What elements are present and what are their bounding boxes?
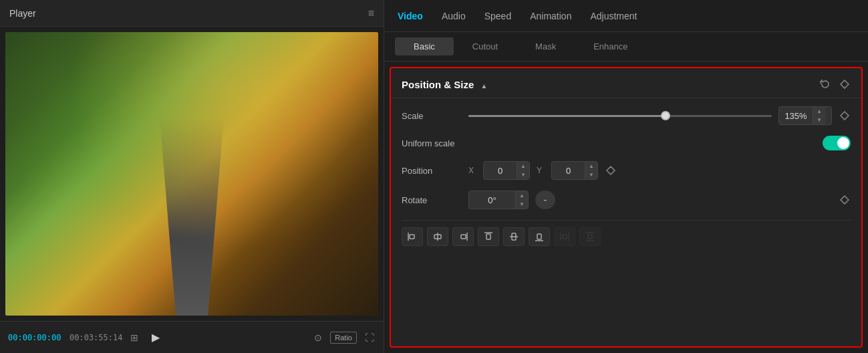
scale-slider[interactable]: [468, 109, 772, 122]
rotate-up-btn[interactable]: ▲: [516, 191, 528, 200]
time-total: 00:03:55:14: [69, 333, 122, 342]
tab-audio[interactable]: Audio: [442, 8, 466, 24]
align-center-h-btn[interactable]: [427, 227, 448, 246]
uniform-scale-label: Uniform scale: [402, 138, 462, 148]
uniform-scale-row: Uniform scale: [402, 136, 851, 150]
svg-rect-1: [410, 235, 414, 239]
rotate-row: Rotate 0° ▲ ▼ -: [402, 191, 851, 209]
collapse-arrow[interactable]: ▲: [481, 82, 488, 90]
sub-tabs-bar: Basic Cutout Mask Enhance: [384, 32, 868, 62]
svg-rect-17: [588, 235, 592, 239]
scale-row: Scale 135% ▲ ▼: [402, 106, 851, 125]
capture-icon[interactable]: ⊙: [313, 331, 323, 344]
position-label: Position: [402, 166, 462, 176]
rotate-keyframe-btn[interactable]: [839, 194, 851, 206]
position-keyframe-btn[interactable]: [605, 164, 617, 176]
position-x-input: 0 ▲ ▼: [483, 161, 530, 180]
grid-icon: ⊞: [130, 332, 138, 343]
align-bar: [402, 220, 851, 246]
section-body: Scale 135% ▲ ▼: [391, 98, 861, 254]
player-controls: 00:00:00:00 00:03:55:14 ⊞ ▶ ⊙ Ratio ⛶: [0, 321, 384, 353]
pos-y-up-btn[interactable]: ▲: [585, 162, 597, 170]
rotate-input: 0° ▲ ▼: [468, 191, 529, 209]
sub-tab-mask[interactable]: Mask: [517, 37, 575, 55]
rotate-value[interactable]: 0°: [469, 193, 515, 208]
svg-rect-5: [461, 235, 466, 239]
scale-label: Scale: [402, 111, 462, 121]
video-area: [5, 32, 378, 316]
scale-value-input: 135% ▲ ▼: [778, 106, 832, 125]
align-middle-v-btn[interactable]: [503, 227, 525, 246]
toggle-knob: [837, 137, 849, 149]
left-panel: Player ≡ 00:00:00:00 00:03:55:14 ⊞ ▶ ⊙ R…: [0, 0, 384, 353]
scale-down-btn[interactable]: ▼: [813, 116, 825, 124]
rotate-spinner: ▲ ▼: [515, 191, 528, 209]
distribute-h-btn[interactable]: [554, 227, 575, 246]
rotate-down-btn[interactable]: ▼: [516, 200, 528, 209]
tab-animation[interactable]: Animation: [530, 8, 571, 24]
tab-video[interactable]: Video: [398, 8, 423, 24]
scale-value[interactable]: 135%: [779, 108, 813, 124]
pos-x-down-btn[interactable]: ▼: [517, 170, 529, 179]
hamburger-icon[interactable]: ≡: [368, 7, 374, 19]
sub-tab-basic[interactable]: Basic: [395, 37, 454, 55]
pos-x-up-btn[interactable]: ▲: [517, 162, 529, 170]
video-thumbnail: [5, 32, 378, 316]
section-header: Position & Size ▲: [391, 68, 861, 98]
section-actions: [819, 78, 851, 91]
svg-rect-14: [563, 235, 567, 239]
section-title: Position & Size ▲: [402, 79, 819, 90]
slider-fill: [468, 115, 666, 117]
play-button[interactable]: ▶: [146, 328, 165, 347]
sub-tab-cutout[interactable]: Cutout: [454, 37, 517, 55]
svg-rect-7: [486, 234, 490, 239]
pos-y-down-btn[interactable]: ▼: [585, 170, 597, 179]
controls-right: ⊙ Ratio ⛶: [313, 331, 376, 344]
position-x-group: X 0 ▲ ▼: [468, 161, 530, 180]
ratio-button[interactable]: Ratio: [330, 332, 357, 344]
rotate-label: Rotate: [402, 195, 462, 205]
uniform-scale-toggle[interactable]: [823, 136, 851, 150]
tabs-bar: Video Audio Speed Animation Adjustment: [384, 0, 868, 32]
position-y-value[interactable]: 0: [552, 163, 585, 179]
position-x-spinner: ▲ ▼: [517, 162, 529, 179]
player-header: Player ≡: [0, 0, 384, 27]
reset-button[interactable]: [819, 78, 832, 91]
time-current: 00:00:00:00: [8, 333, 61, 342]
sub-tab-enhance[interactable]: Enhance: [575, 37, 646, 55]
position-y-spinner: ▲ ▼: [585, 162, 597, 179]
align-top-btn[interactable]: [478, 227, 499, 246]
right-panel: Video Audio Speed Animation Adjustment B…: [384, 0, 868, 353]
slider-track: [468, 115, 772, 117]
position-size-section: Position & Size ▲ Sc: [390, 67, 863, 348]
position-row: Position X 0 ▲ ▼ Y 0: [402, 161, 851, 180]
x-axis-label: X: [468, 166, 478, 175]
position-y-group: Y 0 ▲ ▼: [537, 161, 598, 180]
rotate-flip-btn[interactable]: -: [535, 191, 555, 209]
player-title: Player: [9, 8, 36, 19]
scale-up-btn[interactable]: ▲: [813, 107, 825, 116]
svg-rect-11: [537, 234, 541, 239]
scale-keyframe-btn[interactable]: [839, 110, 851, 122]
y-axis-label: Y: [537, 166, 546, 175]
align-bottom-btn[interactable]: [529, 227, 550, 246]
fullscreen-icon[interactable]: ⛶: [364, 331, 376, 344]
align-left-btn[interactable]: [402, 227, 423, 246]
align-right-btn[interactable]: [452, 227, 474, 246]
distribute-v-btn[interactable]: [579, 227, 601, 246]
slider-thumb[interactable]: [661, 111, 670, 120]
tab-speed[interactable]: Speed: [484, 8, 511, 24]
position-y-input: 0 ▲ ▼: [551, 161, 598, 180]
position-x-value[interactable]: 0: [484, 163, 517, 179]
keyframe-button-header[interactable]: [839, 78, 851, 90]
tab-adjustment[interactable]: Adjustment: [590, 8, 637, 24]
scale-spinner: ▲ ▼: [813, 107, 825, 124]
